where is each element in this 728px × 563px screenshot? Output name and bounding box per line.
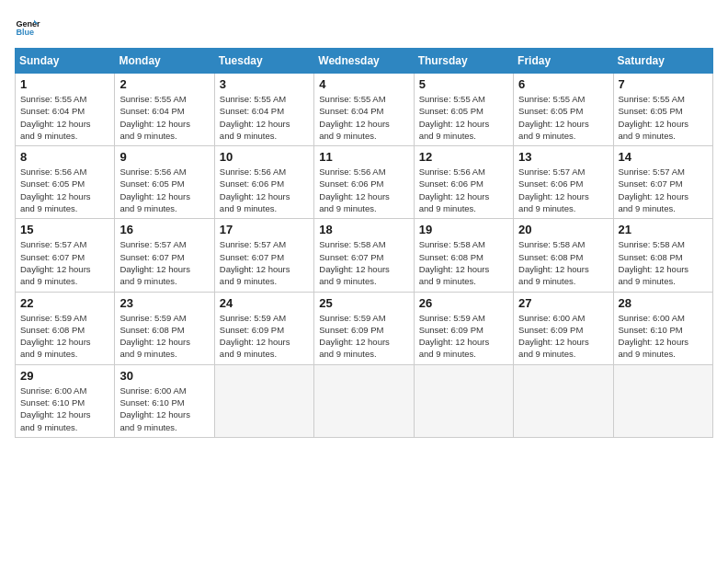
day-number: 25: [319, 296, 408, 310]
day-number: 15: [20, 223, 109, 236]
day-number: 27: [518, 296, 608, 310]
calendar-cell: [314, 364, 414, 437]
day-number: 9: [119, 150, 209, 164]
calendar-cell: 22Sunrise: 5:59 AM Sunset: 6:08 PM Dayli…: [16, 292, 115, 364]
calendar-cell: 27Sunrise: 6:00 AM Sunset: 6:09 PM Dayli…: [514, 292, 613, 364]
day-number: 11: [319, 150, 408, 164]
calendar-cell: 29Sunrise: 6:00 AM Sunset: 6:10 PM Dayli…: [16, 364, 115, 437]
day-number: 30: [119, 369, 209, 383]
calendar-cell: [514, 364, 613, 437]
calendar-cell: 11Sunrise: 5:56 AM Sunset: 6:06 PM Dayli…: [314, 146, 414, 219]
day-number: 19: [419, 223, 508, 236]
day-number: 8: [20, 150, 109, 164]
day-number: 13: [518, 150, 608, 164]
calendar-cell: 23Sunrise: 5:59 AM Sunset: 6:08 PM Dayli…: [115, 292, 214, 364]
day-number: 20: [518, 223, 608, 236]
day-of-week-header: Thursday: [414, 49, 513, 74]
day-info: Sunrise: 6:00 AM Sunset: 6:10 PM Dayligh…: [119, 385, 209, 433]
day-info: Sunrise: 5:56 AM Sunset: 6:05 PM Dayligh…: [20, 166, 109, 214]
calendar-week-row: 8Sunrise: 5:56 AM Sunset: 6:05 PM Daylig…: [16, 146, 713, 219]
day-of-week-header: Friday: [514, 49, 613, 74]
day-info: Sunrise: 5:59 AM Sunset: 6:09 PM Dayligh…: [220, 312, 309, 361]
day-info: Sunrise: 5:55 AM Sunset: 6:04 PM Dayligh…: [20, 93, 109, 142]
day-info: Sunrise: 5:56 AM Sunset: 6:06 PM Dayligh…: [419, 166, 508, 214]
day-info: Sunrise: 5:55 AM Sunset: 6:05 PM Dayligh…: [518, 93, 608, 142]
logo: General Blue: [15, 15, 40, 40]
calendar-cell: 16Sunrise: 5:57 AM Sunset: 6:07 PM Dayli…: [115, 219, 214, 292]
calendar-cell: 30Sunrise: 6:00 AM Sunset: 6:10 PM Dayli…: [115, 364, 214, 437]
calendar-cell: 2Sunrise: 5:55 AM Sunset: 6:04 PM Daylig…: [115, 74, 214, 146]
day-info: Sunrise: 5:55 AM Sunset: 6:04 PM Dayligh…: [119, 93, 209, 142]
day-info: Sunrise: 5:55 AM Sunset: 6:05 PM Dayligh…: [419, 93, 508, 142]
day-info: Sunrise: 5:57 AM Sunset: 6:07 PM Dayligh…: [619, 166, 708, 214]
day-info: Sunrise: 5:55 AM Sunset: 6:04 PM Dayligh…: [220, 93, 309, 142]
calendar-cell: 20Sunrise: 5:58 AM Sunset: 6:08 PM Dayli…: [514, 219, 613, 292]
day-number: 22: [20, 296, 109, 310]
calendar-cell: 3Sunrise: 5:55 AM Sunset: 6:04 PM Daylig…: [214, 74, 313, 146]
calendar-cell: 28Sunrise: 6:00 AM Sunset: 6:10 PM Dayli…: [613, 292, 712, 364]
day-number: 3: [220, 77, 309, 91]
calendar-cell: [613, 364, 712, 437]
day-number: 4: [319, 77, 408, 91]
day-number: 2: [119, 77, 209, 91]
calendar-cell: [214, 364, 313, 437]
calendar-week-row: 22Sunrise: 5:59 AM Sunset: 6:08 PM Dayli…: [16, 292, 713, 364]
day-number: 29: [20, 369, 109, 383]
day-number: 21: [619, 223, 708, 236]
day-number: 26: [419, 296, 508, 310]
calendar-cell: 5Sunrise: 5:55 AM Sunset: 6:05 PM Daylig…: [414, 74, 513, 146]
day-info: Sunrise: 5:57 AM Sunset: 6:07 PM Dayligh…: [119, 238, 209, 287]
day-number: 5: [419, 77, 508, 91]
calendar-cell: 10Sunrise: 5:56 AM Sunset: 6:06 PM Dayli…: [214, 146, 313, 219]
day-info: Sunrise: 5:56 AM Sunset: 6:06 PM Dayligh…: [319, 166, 408, 214]
calendar-cell: 7Sunrise: 5:55 AM Sunset: 6:05 PM Daylig…: [613, 74, 712, 146]
calendar-cell: 25Sunrise: 5:59 AM Sunset: 6:09 PM Dayli…: [314, 292, 414, 364]
calendar-cell: 13Sunrise: 5:57 AM Sunset: 6:06 PM Dayli…: [514, 146, 613, 219]
svg-text:Blue: Blue: [16, 28, 34, 37]
day-info: Sunrise: 5:58 AM Sunset: 6:08 PM Dayligh…: [518, 238, 608, 287]
day-number: 12: [419, 150, 508, 164]
day-info: Sunrise: 5:56 AM Sunset: 6:06 PM Dayligh…: [220, 166, 309, 214]
day-number: 24: [220, 296, 309, 310]
calendar-cell: 19Sunrise: 5:58 AM Sunset: 6:08 PM Dayli…: [414, 219, 513, 292]
calendar-cell: 1Sunrise: 5:55 AM Sunset: 6:04 PM Daylig…: [16, 74, 115, 146]
day-of-week-header: Tuesday: [214, 49, 313, 74]
day-info: Sunrise: 5:55 AM Sunset: 6:04 PM Dayligh…: [319, 93, 408, 142]
day-number: 14: [619, 150, 708, 164]
day-info: Sunrise: 5:59 AM Sunset: 6:09 PM Dayligh…: [319, 312, 408, 361]
header: General Blue: [15, 15, 713, 40]
calendar-week-row: 29Sunrise: 6:00 AM Sunset: 6:10 PM Dayli…: [16, 364, 713, 437]
calendar-cell: 8Sunrise: 5:56 AM Sunset: 6:05 PM Daylig…: [16, 146, 115, 219]
day-info: Sunrise: 6:00 AM Sunset: 6:09 PM Dayligh…: [518, 312, 608, 361]
day-info: Sunrise: 5:56 AM Sunset: 6:05 PM Dayligh…: [119, 166, 209, 214]
logo-icon: General Blue: [15, 15, 40, 40]
day-of-week-header: Wednesday: [314, 49, 414, 74]
day-number: 10: [220, 150, 309, 164]
calendar-header-row: SundayMondayTuesdayWednesdayThursdayFrid…: [16, 49, 713, 74]
day-info: Sunrise: 5:55 AM Sunset: 6:05 PM Dayligh…: [619, 93, 708, 142]
day-info: Sunrise: 5:57 AM Sunset: 6:07 PM Dayligh…: [220, 238, 309, 287]
day-info: Sunrise: 5:59 AM Sunset: 6:08 PM Dayligh…: [20, 312, 109, 361]
calendar-week-row: 1Sunrise: 5:55 AM Sunset: 6:04 PM Daylig…: [16, 74, 713, 146]
day-info: Sunrise: 5:57 AM Sunset: 6:07 PM Dayligh…: [20, 238, 109, 287]
calendar-cell: 6Sunrise: 5:55 AM Sunset: 6:05 PM Daylig…: [514, 74, 613, 146]
day-number: 6: [518, 77, 608, 91]
calendar-cell: [414, 364, 513, 437]
day-info: Sunrise: 6:00 AM Sunset: 6:10 PM Dayligh…: [20, 385, 109, 433]
day-of-week-header: Saturday: [613, 49, 712, 74]
day-number: 16: [119, 223, 209, 236]
day-of-week-header: Sunday: [16, 49, 115, 74]
calendar-cell: 21Sunrise: 5:58 AM Sunset: 6:08 PM Dayli…: [613, 219, 712, 292]
calendar-week-row: 15Sunrise: 5:57 AM Sunset: 6:07 PM Dayli…: [16, 219, 713, 292]
day-number: 28: [619, 296, 708, 310]
calendar-cell: 24Sunrise: 5:59 AM Sunset: 6:09 PM Dayli…: [214, 292, 313, 364]
day-number: 7: [619, 77, 708, 91]
calendar-cell: 4Sunrise: 5:55 AM Sunset: 6:04 PM Daylig…: [314, 74, 414, 146]
calendar-cell: 15Sunrise: 5:57 AM Sunset: 6:07 PM Dayli…: [16, 219, 115, 292]
calendar-cell: 9Sunrise: 5:56 AM Sunset: 6:05 PM Daylig…: [115, 146, 214, 219]
day-of-week-header: Monday: [115, 49, 214, 74]
day-number: 17: [220, 223, 309, 236]
day-info: Sunrise: 5:58 AM Sunset: 6:08 PM Dayligh…: [419, 238, 508, 287]
calendar: SundayMondayTuesdayWednesdayThursdayFrid…: [15, 48, 713, 438]
calendar-cell: 17Sunrise: 5:57 AM Sunset: 6:07 PM Dayli…: [214, 219, 313, 292]
